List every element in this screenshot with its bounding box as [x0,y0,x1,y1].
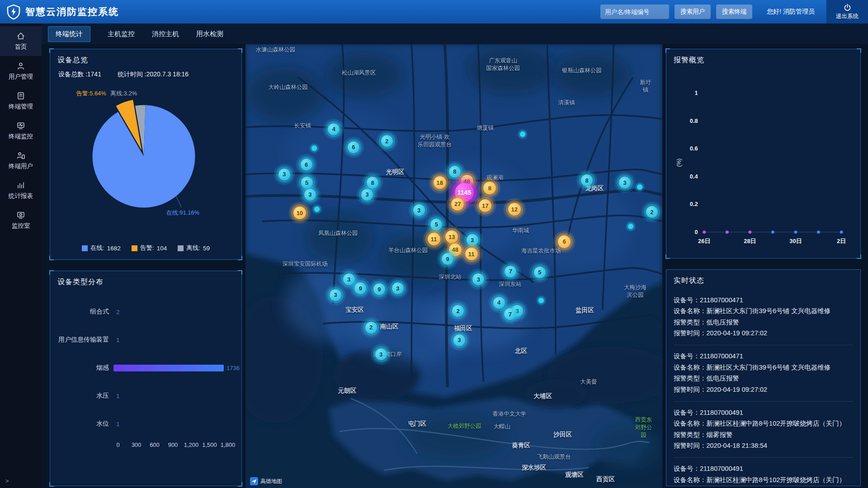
map-cluster-marker[interactable] [311,145,317,151]
tab-fire-host[interactable]: 消控主机 [152,30,179,38]
shield-bolt-icon [6,4,21,20]
map-cluster-marker[interactable]: 3 [472,273,484,285]
map-cluster-marker[interactable]: 5 [301,177,313,188]
map-cluster-marker[interactable]: 10 [293,206,306,219]
map-cluster-marker[interactable]: 9 [442,253,453,265]
alarm-entry[interactable]: 设备号：211807000471设备名称：新澜社区大东门街39号6号铺 文兴电器… [674,345,853,401]
legend-swatch [82,245,88,251]
map-cluster-marker[interactable]: 17 [479,199,491,212]
alarm-field: 报警类型：烟雾报警 [674,429,853,440]
map-cluster-marker[interactable]: 13 [445,230,458,243]
axis-tick-label: 300 [132,441,142,448]
pie-legend: 在线:1682 告警:104 离线:59 [50,244,241,259]
alarm-field: 设备号：211807000471 [674,351,853,361]
svg-text:28日: 28日 [744,238,756,244]
map-cluster-marker[interactable]: 8 [483,182,496,194]
bar-track: 1 [113,337,228,343]
map-cluster-marker[interactable]: 3 [453,334,465,346]
map-attribution-text: 高德地图 [260,478,282,485]
tab-bar: 终端统计 主机监控 消控主机 用水检测 [42,23,868,44]
map-cluster-marker[interactable]: 3 [361,189,373,201]
search-input[interactable] [600,5,669,19]
search-user-button[interactable]: 搜索用户 [675,5,711,19]
legend-online[interactable]: 在线:1682 [82,244,121,252]
map-cluster-marker[interactable]: 5 [534,267,546,278]
map-cluster-marker[interactable]: 8 [581,174,593,186]
map-cluster-marker[interactable]: 11 [428,233,440,245]
map-cluster-marker[interactable]: 4 [493,297,505,309]
panel-corner [49,48,54,53]
left-column: 设备总览 设备总数 :1741 统计时间 :2020.7.3 18:16 告警:… [42,44,245,488]
map-cluster-marker[interactable]: 4 [328,123,340,135]
map-cluster-marker[interactable]: 27 [451,198,464,211]
legend-alarm[interactable]: 告警:104 [132,244,167,252]
axis-tick-label: 1,500 [202,441,217,448]
map-canvas[interactable]: 水濂山森林公园松山湖风景区广东观音山 国家森林公园银瓶山森林公园大岭山森林公园新… [245,44,662,488]
sidebar-item-reports[interactable]: 统计报表 [0,175,42,205]
logout-button[interactable]: 退出系统 [826,0,868,23]
map-cluster-marker[interactable]: 7 [504,308,516,320]
map-cluster-marker[interactable]: 18 [434,176,446,189]
map-cluster-marker[interactable]: 3 [278,169,290,180]
map-cluster-marker[interactable]: 2 [381,135,393,147]
sidebar-item-terminal-management[interactable]: 终端管理 [0,86,42,116]
map-cluster-marker[interactable]: 12 [508,203,521,216]
sidebar-item-label: 首页 [15,43,27,51]
sidebar-item-label: 用户管理 [9,73,33,81]
map-cluster-marker[interactable]: 7 [505,266,516,277]
map-cluster-marker[interactable]: 8 [449,166,461,178]
map-cluster-marker[interactable]: 6 [301,159,312,170]
map-cluster-marker[interactable]: 3 [343,273,355,285]
map-cluster-marker[interactable]: 3 [413,204,425,216]
tab-terminal-stats[interactable]: 终端统计 [48,26,90,42]
sidebar-item-user-management[interactable]: 用户管理 [0,56,42,86]
alarm-field: 设备名称：新澜社区桂澜中路8号102开撩啵烧烤店（关门） [674,418,853,429]
map-cluster-marker[interactable]: 3 [375,348,387,360]
sidebar-item-control-room[interactable]: 监控室 [0,205,42,235]
map-cluster-marker[interactable]: 3 [392,282,404,294]
map-cluster-marker[interactable]: 11 [465,248,478,260]
device-overview-panel: 设备总览 设备总数 :1741 统计时间 :2020.7.3 18:16 告警:… [50,49,242,260]
alarm-entry[interactable]: 设备号：211807000491设备名称：新澜社区桂澜中路8号102开撩啵烧烤店… [674,402,853,458]
svg-text:(%): (%) [676,159,682,167]
map-cluster-marker[interactable] [637,184,642,190]
tab-host-monitor[interactable]: 主机监控 [108,30,135,38]
sidebar-item-label: 终端监控 [9,132,33,141]
map-cluster-marker[interactable] [628,224,633,229]
map-cluster-marker[interactable]: 5 [430,219,442,230]
bar-track: 1 [113,393,228,399]
map-cluster-marker[interactable]: 8 [367,177,378,188]
map-cluster-marker[interactable]: 3 [619,177,631,188]
map-cluster-marker[interactable] [520,131,525,137]
legend-offline[interactable]: 离线:59 [178,244,210,252]
map-cluster-marker[interactable] [538,298,544,303]
map-cluster-marker[interactable]: 9 [354,282,366,294]
tab-water-detect[interactable]: 用水检测 [196,30,223,38]
terminal-icon [16,91,25,100]
sidebar-item-home[interactable]: 首页 [0,26,42,56]
map-cluster-marker[interactable]: 6 [348,141,359,153]
map-cluster-marker[interactable]: 2 [365,322,377,333]
map-cluster-marker[interactable]: 3 [330,289,341,301]
sidebar-item-terminal-monitor[interactable]: 终端监控 [0,116,42,145]
sidebar-collapse-handle[interactable]: > [5,478,9,484]
alarm-entry[interactable]: 设备号：211807000471设备名称：新澜社区大东门街39号6号铺 文兴电器… [674,289,853,345]
map-cluster-marker[interactable]: 2 [646,206,658,218]
amap-logo-icon [250,477,258,485]
map-cluster-marker[interactable]: 3 [467,234,478,246]
search-terminal-button[interactable]: 搜索终端 [716,5,752,19]
map-cluster-marker[interactable] [314,206,320,212]
sidebar-item-terminal-user[interactable]: 终端用户 [0,145,42,175]
map-cluster-marker[interactable]: 6 [558,235,571,248]
axis-tick-label: 900 [168,441,178,448]
map-cluster-marker[interactable]: 3 [304,189,316,201]
svg-text:1: 1 [695,89,698,96]
alarm-entry[interactable]: 设备号：211807000491设备名称：新澜社区桂澜中路8号102开撩啵烧烤店… [674,458,853,486]
bar-track: 2 [113,309,228,315]
alarm-list: 设备号：211807000471设备名称：新澜社区大东门街39号6号铺 文兴电器… [666,288,860,486]
map-cluster-marker[interactable]: 2 [452,305,464,317]
logout-label: 退出系统 [836,13,859,20]
bar-row: 水压1 [56,382,228,410]
sidebar-item-label: 终端管理 [9,103,33,111]
map-cluster-marker[interactable]: 9 [373,283,385,295]
